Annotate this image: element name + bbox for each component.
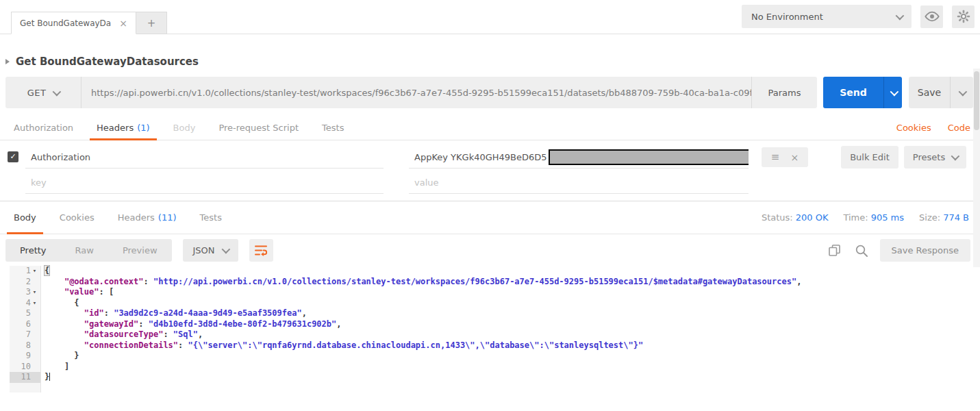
fold-arrow-icon[interactable]: ▾ (31, 266, 38, 277)
url-value: https://api.powerbi.cn/v1.0/collections/… (91, 88, 751, 98)
line-number-gutter: 3▾ (10, 287, 41, 298)
redaction-box (549, 149, 749, 165)
send-button[interactable]: Send (823, 77, 883, 108)
url-bar: GET https://api.powerbi.cn/v1.0/collecti… (5, 77, 973, 108)
remove-header-icon[interactable]: × (790, 153, 799, 162)
header-row-empty: key value (0, 171, 980, 197)
send-options-button[interactable] (883, 77, 902, 108)
response-tab-tests[interactable]: Tests (193, 201, 229, 234)
send-button-group: Send (823, 77, 902, 108)
code-token: "http://api.powerbi.cn/v1.0/collections/… (153, 277, 796, 286)
tab-body[interactable]: Body (166, 115, 203, 140)
code-text: { (41, 298, 79, 309)
line-number: 10 (21, 362, 31, 373)
line-number-gutter: 6 (10, 319, 41, 330)
line-number: 11 (21, 372, 31, 383)
code-token (45, 277, 64, 286)
line-number-gutter: 4▾ (10, 298, 41, 309)
code-token: } (74, 351, 79, 360)
save-options-button[interactable] (951, 77, 973, 108)
copy-icon (829, 245, 840, 256)
response-tab-cookies[interactable]: Cookies (53, 201, 101, 234)
tab-headers[interactable]: Headers(1) (90, 115, 157, 140)
settings-button[interactable] (952, 5, 975, 28)
header-enabled-checkbox[interactable]: ✓ (8, 151, 18, 162)
code-token (45, 362, 64, 371)
presets-button[interactable]: Presets (904, 146, 966, 169)
url-input[interactable]: https://api.powerbi.cn/v1.0/collections/… (81, 77, 751, 108)
code-token (45, 329, 84, 339)
view-mode-raw[interactable]: Raw (61, 239, 108, 262)
header-row: ✓ Authorization AppKey YKGk40GH49BeD6D5 … (0, 146, 980, 171)
response-tab-headers[interactable]: Headers(11) (111, 201, 184, 234)
chevron-down-icon (53, 87, 62, 96)
request-title: Get BoundGatewayDatasources (16, 55, 199, 68)
new-header-key-input[interactable]: key (25, 171, 384, 194)
code-token: "Sql" (173, 329, 198, 339)
method-value: GET (27, 88, 47, 98)
tab-tests[interactable]: Tests (315, 115, 351, 140)
code-token (45, 308, 84, 318)
copy-response-button[interactable] (829, 245, 840, 256)
line-number: 4 (26, 298, 31, 309)
line-number: 1 (26, 266, 31, 277)
drag-handle-icon[interactable]: ≡ (771, 152, 780, 162)
tab-strip: Get BoundGatewayDa × + (11, 12, 167, 34)
code-text: "value": [ (41, 287, 114, 298)
view-mode-switcher: Pretty Raw Preview (5, 239, 172, 262)
request-title-row: Get BoundGatewayDatasources (0, 34, 980, 74)
method-selector[interactable]: GET (5, 77, 81, 108)
environment-selector[interactable]: No Environment (742, 5, 912, 28)
code-token (45, 351, 74, 360)
save-response-button[interactable]: Save Response (880, 239, 970, 262)
code-token: } (45, 372, 49, 382)
fold-arrow-icon[interactable]: ▾ (31, 287, 38, 298)
code-line: 10 ] (10, 362, 980, 373)
plus-icon: + (147, 17, 156, 29)
chevron-down-icon (221, 245, 230, 254)
environment-quicklook-button[interactable] (920, 5, 943, 28)
cookies-link[interactable]: Cookies (896, 123, 931, 133)
params-button[interactable]: Params (751, 77, 817, 108)
code-line: 11} (10, 372, 980, 383)
view-mode-preview[interactable]: Preview (108, 239, 172, 262)
scrollbar-thumb[interactable] (974, 71, 979, 130)
collapse-arrow-icon[interactable] (5, 59, 10, 64)
code-line: 6 "gatewayId": "d4b10efd-3d8d-4ebe-80f2-… (10, 319, 980, 330)
view-mode-pretty[interactable]: Pretty (5, 239, 61, 262)
wrap-lines-button[interactable] (249, 239, 273, 262)
code-token (45, 340, 84, 350)
request-tab[interactable]: Get BoundGatewayDa × (11, 12, 136, 34)
close-icon[interactable]: × (119, 18, 127, 28)
size-badge: Size:774 B (919, 212, 969, 223)
chevron-down-icon (951, 152, 960, 161)
code-text: { (41, 266, 49, 277)
code-token: "connectionDetails" (84, 340, 178, 350)
wrap-text-icon (255, 245, 267, 256)
save-button[interactable]: Save (909, 77, 951, 108)
code-token: "@odata.context" (64, 277, 144, 286)
tab-pre-request-script[interactable]: Pre-request Script (212, 115, 305, 140)
line-number-gutter: 1▾ (10, 266, 41, 277)
code-text: ] (41, 362, 69, 373)
response-body-code[interactable]: 1▾{2 "@odata.context": "http://api.power… (10, 266, 980, 383)
format-selector[interactable]: JSON (183, 239, 238, 262)
header-key-input[interactable]: Authorization (25, 146, 384, 169)
new-tab-button[interactable]: + (136, 12, 167, 34)
response-tab-body[interactable]: Body (7, 201, 43, 234)
line-number: 6 (26, 319, 31, 330)
code-link[interactable]: Code (948, 123, 970, 133)
tab-authorization[interactable]: Authorization (7, 115, 80, 140)
code-token: "id" (84, 308, 104, 318)
format-value: JSON (193, 245, 215, 256)
code-line: 3▾ "value": [ (10, 287, 980, 298)
time-badge: Time:905 ms (843, 212, 904, 223)
search-response-button[interactable] (855, 245, 868, 257)
new-header-value-input[interactable]: value (409, 171, 749, 194)
code-text: "connectionDetails": "{\"server\":\"rqnf… (41, 340, 643, 351)
fold-arrow-icon[interactable]: ▾ (31, 298, 38, 309)
header-value-input[interactable]: AppKey YKGk40GH49BeD6D5 (409, 146, 749, 169)
code-token: ] (64, 362, 69, 371)
code-token: "value" (64, 287, 99, 297)
bulk-edit-button[interactable]: Bulk Edit (841, 146, 899, 169)
